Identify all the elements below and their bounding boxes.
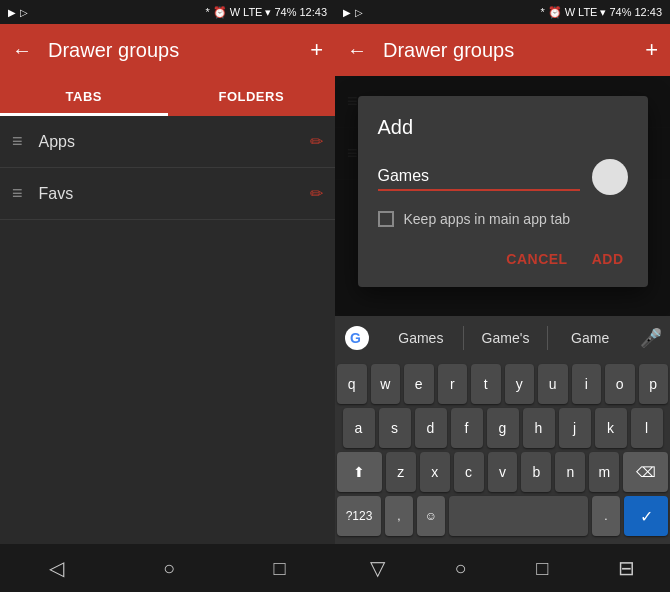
suggestion-2[interactable]: Game [548, 326, 632, 350]
alarm-icon: ⏰ [213, 6, 227, 19]
key-backspace[interactable]: ⌫ [623, 452, 668, 492]
right-add-button[interactable]: + [645, 37, 658, 63]
google-icon: G [343, 324, 371, 352]
lte-icon: LTE [243, 6, 262, 18]
key-q[interactable]: q [337, 364, 367, 404]
list-item-apps[interactable]: ≡ Apps ✏ [0, 116, 335, 168]
left-status-bar: ▶ ▷ * ⏰ W LTE ▾ 74% 12:43 [0, 0, 335, 24]
key-row-2: a s d f g h j k l [337, 408, 668, 448]
mic-icon[interactable]: 🎤 [640, 327, 662, 349]
key-w[interactable]: w [371, 364, 401, 404]
status-bar-right-icons: * ⏰ W LTE ▾ 74% 12:43 [205, 6, 327, 19]
drag-handle-favs: ≡ [12, 183, 23, 204]
dialog-buttons: CANCEL ADD [378, 247, 628, 271]
right-lte-icon: LTE [578, 6, 597, 18]
left-list: ≡ Apps ✏ ≡ Favs ✏ [0, 116, 335, 544]
add-dialog: Add Keep apps in main app tab CANCEL ADD [358, 96, 648, 287]
right-alarm-icon: ⏰ [548, 6, 562, 19]
key-b[interactable]: b [521, 452, 551, 492]
right-wifi-icon: ▾ [600, 6, 606, 19]
key-f[interactable]: f [451, 408, 483, 448]
item-label-apps: Apps [39, 133, 310, 151]
key-comma[interactable]: , [385, 496, 413, 536]
suggestion-0[interactable]: Games [379, 326, 463, 350]
key-enter[interactable]: ✓ [624, 496, 668, 536]
key-t[interactable]: t [471, 364, 501, 404]
play-icon: ▶ [8, 7, 16, 18]
right-cast-icon: ▷ [355, 7, 363, 18]
left-recents-nav-icon[interactable]: □ [274, 557, 286, 580]
right-panel: ▶ ▷ * ⏰ W LTE ▾ 74% 12:43 ← Drawer group… [335, 0, 670, 592]
left-back-button[interactable]: ← [12, 39, 32, 62]
dialog-icon-circle[interactable] [592, 159, 628, 195]
key-shift[interactable]: ⬆ [337, 452, 382, 492]
right-play-icon: ▶ [343, 7, 351, 18]
key-y[interactable]: y [505, 364, 535, 404]
right-back-button[interactable]: ← [347, 39, 367, 62]
right-nav-bar: ▽ ○ □ ⊟ [335, 544, 670, 592]
right-signal-icon: W [565, 6, 575, 18]
key-p[interactable]: p [639, 364, 669, 404]
key-k[interactable]: k [595, 408, 627, 448]
key-o[interactable]: o [605, 364, 635, 404]
key-i[interactable]: i [572, 364, 602, 404]
tab-folders[interactable]: FOLDERS [168, 76, 336, 116]
key-e[interactable]: e [404, 364, 434, 404]
key-emoji[interactable]: ☺ [417, 496, 445, 536]
key-d[interactable]: d [415, 408, 447, 448]
key-j[interactable]: j [559, 408, 591, 448]
right-recents-nav[interactable]: □ [536, 557, 548, 580]
key-123[interactable]: ?123 [337, 496, 381, 536]
left-home-nav-icon[interactable]: ○ [163, 557, 175, 580]
keyboard-section: G Games Game's Game 🎤 q w e r t y u i o … [335, 316, 670, 544]
right-back-nav[interactable]: ▽ [370, 556, 385, 580]
battery-icon: 74% [274, 6, 296, 18]
key-a[interactable]: a [343, 408, 375, 448]
edit-icon-apps[interactable]: ✏ [310, 132, 323, 151]
time-left: 12:43 [299, 6, 327, 18]
checkbox-label: Keep apps in main app tab [404, 211, 571, 227]
tab-tabs[interactable]: TABS [0, 76, 168, 116]
cancel-button[interactable]: CANCEL [502, 247, 571, 271]
edit-icon-favs[interactable]: ✏ [310, 184, 323, 203]
right-home-nav[interactable]: ○ [455, 557, 467, 580]
key-s[interactable]: s [379, 408, 411, 448]
key-m[interactable]: m [589, 452, 619, 492]
right-keyboard-nav[interactable]: ⊟ [618, 556, 635, 580]
key-row-3: ⬆ z x c v b n m ⌫ [337, 452, 668, 492]
left-add-button[interactable]: + [310, 37, 323, 63]
wifi-icon: ▾ [265, 6, 271, 19]
key-v[interactable]: v [488, 452, 518, 492]
dialog-title: Add [378, 116, 628, 139]
left-tabs-bar: TABS FOLDERS [0, 76, 335, 116]
left-header-title: Drawer groups [48, 39, 294, 62]
left-header: ← Drawer groups + [0, 24, 335, 76]
key-n[interactable]: n [555, 452, 585, 492]
key-u[interactable]: u [538, 364, 568, 404]
key-l[interactable]: l [631, 408, 663, 448]
list-item-favs[interactable]: ≡ Favs ✏ [0, 168, 335, 220]
key-row-4: ?123 , ☺ . ✓ [337, 496, 668, 536]
key-h[interactable]: h [523, 408, 555, 448]
right-time: 12:43 [634, 6, 662, 18]
dialog-name-input[interactable] [378, 163, 580, 191]
key-r[interactable]: r [438, 364, 468, 404]
left-back-nav-icon[interactable]: ◁ [49, 556, 64, 580]
key-x[interactable]: x [420, 452, 450, 492]
key-c[interactable]: c [454, 452, 484, 492]
key-space[interactable] [449, 496, 588, 536]
key-period[interactable]: . [592, 496, 620, 536]
keep-apps-checkbox[interactable] [378, 211, 394, 227]
key-z[interactable]: z [386, 452, 416, 492]
right-bluetooth-icon: * [540, 6, 544, 18]
add-confirm-button[interactable]: ADD [588, 247, 628, 271]
suggestion-1[interactable]: Game's [464, 326, 548, 350]
right-header: ← Drawer groups + [335, 24, 670, 76]
left-panel: ▶ ▷ * ⏰ W LTE ▾ 74% 12:43 ← Drawer group… [0, 0, 335, 592]
right-status-right: * ⏰ W LTE ▾ 74% 12:43 [540, 6, 662, 19]
signal-icon: W [230, 6, 240, 18]
dialog-overlay: Add Keep apps in main app tab CANCEL ADD [335, 76, 670, 316]
status-bar-left-icons: ▶ ▷ [8, 7, 28, 18]
key-g[interactable]: g [487, 408, 519, 448]
dialog-input-row [378, 159, 628, 195]
